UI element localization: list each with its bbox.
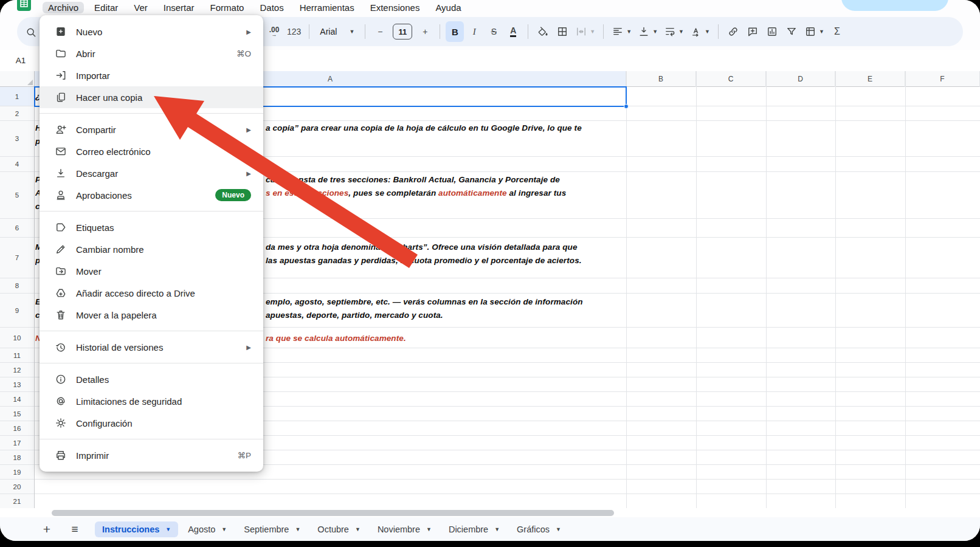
sheet-tab-agosto[interactable]: Agosto▼: [181, 521, 234, 537]
sheet-tab-instrucciones[interactable]: Instrucciones▼: [95, 521, 178, 537]
text-wrap-icon[interactable]: ▼: [661, 21, 686, 42]
sheet-tab-menu-icon[interactable]: ▼: [221, 526, 227, 532]
menubar-item-datos[interactable]: Datos: [254, 2, 289, 13]
insert-link-icon[interactable]: [724, 21, 742, 42]
fill-color-icon[interactable]: [534, 21, 552, 42]
bold-button[interactable]: B: [446, 21, 464, 42]
share-button[interactable]: [841, 0, 948, 11]
row-header-10[interactable]: 10: [0, 328, 34, 348]
all-sheets-icon[interactable]: ≡: [66, 523, 84, 536]
menu-item-nuevo[interactable]: Nuevo▶: [40, 21, 263, 43]
row-header-14[interactable]: 14: [0, 392, 34, 407]
horizontal-scrollbar-thumb[interactable]: [52, 510, 614, 516]
select-all-corner[interactable]: [0, 71, 35, 87]
filter-icon[interactable]: [782, 21, 801, 42]
column-header-B[interactable]: B: [626, 71, 696, 87]
menubar-item-editar[interactable]: Editar: [89, 2, 123, 13]
sheet-tab-menu-icon[interactable]: ▼: [355, 526, 361, 532]
menu-item-detalles[interactable]: Detalles: [40, 368, 263, 390]
column-header-D[interactable]: D: [766, 71, 835, 87]
row-header-17[interactable]: 17: [0, 436, 34, 450]
menu-item-mover[interactable]: Mover: [40, 260, 263, 282]
sheet-tab-septiembre[interactable]: Septiembre▼: [236, 521, 308, 537]
menubar-item-archivo[interactable]: Archivo: [43, 2, 84, 13]
row-header-18[interactable]: 18: [0, 450, 34, 465]
row-header-21[interactable]: 21: [0, 494, 34, 509]
menubar-item-extensiones[interactable]: Extensiones: [365, 2, 426, 13]
font-family-select[interactable]: Arial▼: [315, 21, 359, 42]
menu-item-etiquetas[interactable]: Etiquetas: [40, 216, 263, 238]
format-as-number-button[interactable]: 123: [285, 21, 303, 42]
row-header-3[interactable]: 3: [0, 121, 34, 157]
row-header-6[interactable]: 6: [0, 219, 34, 238]
sheet-tab-menu-icon[interactable]: ▼: [556, 526, 561, 532]
row-header-1[interactable]: 1: [0, 87, 34, 106]
menu-item-correo-electrónico[interactable]: Correo electrónico▶: [40, 140, 263, 162]
row-header-19[interactable]: 19: [0, 465, 34, 480]
insert-comment-icon[interactable]: [744, 21, 762, 42]
sheet-tab-menu-icon[interactable]: ▼: [295, 526, 300, 532]
menu-item-limitaciones-de-seguridad[interactable]: Limitaciones de seguridad: [40, 390, 263, 412]
column-header-E[interactable]: E: [835, 71, 905, 87]
row-header-7[interactable]: 7: [0, 238, 34, 278]
row-header-4[interactable]: 4: [0, 157, 34, 172]
row-header-15[interactable]: 15: [0, 407, 34, 421]
row-header-8[interactable]: 8: [0, 278, 34, 294]
horizontal-align-icon[interactable]: ▼: [609, 21, 634, 42]
menu-item-importar[interactable]: Importar: [40, 64, 263, 86]
search-icon[interactable]: [23, 24, 39, 40]
sheet-tab-menu-icon[interactable]: ▼: [165, 526, 171, 532]
menu-item-descargar[interactable]: Descargar▶: [40, 162, 263, 184]
menu-item-hacer-una-copia[interactable]: Hacer una copia: [40, 86, 263, 108]
functions-button[interactable]: Σ: [828, 21, 846, 42]
google-sheets-logo-icon: [17, 0, 31, 11]
row-header-5[interactable]: 5: [0, 172, 34, 219]
text-color-button[interactable]: A: [504, 21, 522, 42]
row-header-16[interactable]: 16: [0, 421, 34, 436]
increase-font-size-button[interactable]: +: [416, 21, 434, 42]
menubar-item-herramientas[interactable]: Herramientas: [294, 2, 360, 13]
menubar-item-formato[interactable]: Formato: [205, 2, 250, 13]
menubar-item-ver[interactable]: Ver: [128, 2, 153, 13]
decrease-font-size-button[interactable]: −: [371, 21, 389, 42]
italic-button[interactable]: I: [465, 21, 483, 42]
menu-item-configuración[interactable]: Configuración: [40, 412, 263, 434]
menu-item-historial-de-versiones[interactable]: Historial de versiones▶: [40, 336, 263, 358]
column-header-F[interactable]: F: [905, 71, 980, 87]
sheet-tab-gráficos[interactable]: Gráficos▼: [509, 521, 568, 537]
row-header-9[interactable]: 9: [0, 294, 34, 328]
sheet-tab-menu-icon[interactable]: ▼: [494, 526, 500, 532]
menu-item-aprobaciones[interactable]: AprobacionesNuevo: [40, 184, 263, 206]
sheet-tab-menu-icon[interactable]: ▼: [426, 526, 432, 532]
menu-item-abrir[interactable]: Abrir⌘O: [40, 43, 263, 64]
row-header-20[interactable]: 20: [0, 480, 34, 494]
menu-item-cambiar-nombre[interactable]: Cambiar nombre: [40, 238, 263, 260]
grid-row[interactable]: [35, 494, 980, 509]
borders-icon[interactable]: [553, 21, 571, 42]
menubar-item-insertar[interactable]: Insertar: [158, 2, 200, 13]
pivot-table-icon[interactable]: ▼: [802, 21, 827, 42]
cell-name-box[interactable]: A1: [7, 50, 34, 71]
column-header-C[interactable]: C: [696, 71, 766, 87]
row-header-2[interactable]: 2: [0, 106, 34, 121]
row-header-12[interactable]: 12: [0, 363, 34, 377]
row-header-13[interactable]: 13: [0, 377, 34, 392]
decrease-decimal-icon[interactable]: .00→: [265, 21, 283, 42]
vertical-align-icon[interactable]: ▼: [635, 21, 660, 42]
add-sheet-button[interactable]: +: [38, 522, 56, 537]
sheet-tab-octubre[interactable]: Octubre▼: [310, 521, 368, 537]
font-size-input[interactable]: 11: [393, 24, 412, 40]
menu-item-añadir-acceso-directo-a-drive[interactable]: Añadir acceso directo a Drive: [40, 282, 263, 304]
menu-item-compartir[interactable]: Compartir▶: [40, 119, 263, 140]
sheet-tab-noviembre[interactable]: Noviembre▼: [370, 521, 439, 537]
grid-row[interactable]: [35, 480, 980, 494]
strikethrough-button[interactable]: S: [485, 21, 503, 42]
sheet-tab-diciembre[interactable]: Diciembre▼: [441, 521, 507, 537]
menubar-item-ayuda[interactable]: Ayuda: [430, 2, 466, 13]
text-rotation-icon[interactable]: ▼: [688, 21, 713, 42]
fill-handle[interactable]: [624, 104, 629, 109]
insert-chart-icon[interactable]: [763, 21, 781, 42]
menu-item-mover-a-la-papelera[interactable]: Mover a la papelera: [40, 304, 263, 326]
menu-item-imprimir[interactable]: Imprimir⌘P: [40, 444, 263, 466]
row-header-11[interactable]: 11: [0, 348, 34, 363]
